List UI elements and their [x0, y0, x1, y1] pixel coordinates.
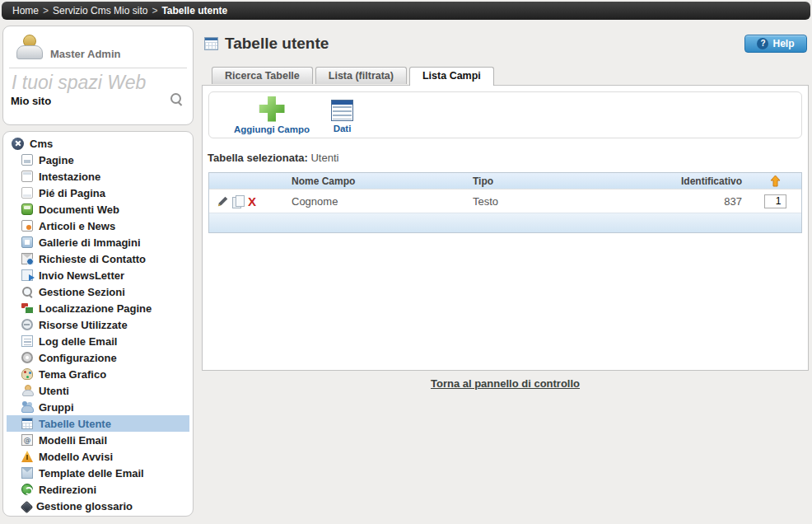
sidebar-item-label: Template delle Email — [39, 467, 144, 480]
help-button[interactable]: Help — [744, 35, 807, 53]
news-icon — [21, 220, 33, 232]
sidebar-item-pie-di-pagina[interactable]: Pié di Pagina — [7, 185, 189, 201]
group-icon — [21, 401, 33, 413]
cms-icon — [12, 138, 24, 150]
tab-label: Lista (filtrata) — [329, 70, 394, 82]
footer-icon — [21, 187, 33, 199]
column-header-identificativo: Identificativo — [662, 175, 749, 187]
template-icon — [21, 467, 33, 479]
edit-icon[interactable] — [217, 195, 229, 208]
help-label: Help — [772, 38, 794, 49]
header-icon — [21, 171, 33, 182]
sidebar-item-utenti[interactable]: Utenti — [7, 382, 189, 399]
sidebar-item-gestione-glossario[interactable]: Gestione glossario — [7, 498, 189, 514]
page-icon — [21, 154, 33, 166]
cell-tipo: Testo — [473, 195, 662, 208]
sidebar-item-tema-grafico[interactable]: Tema Grafico — [7, 366, 189, 382]
contact-icon — [21, 253, 33, 264]
sidebar-item-label: Gestione glossario — [36, 500, 133, 512]
sidebar-item-redirezioni[interactable]: Redirezioni — [7, 481, 189, 498]
sidebar-item-label: Richieste di Contatto — [39, 253, 146, 265]
sidebar-item-pagine[interactable]: Pagine — [7, 152, 189, 168]
sidebar-item-label: Utenti — [39, 385, 69, 397]
breadcrumb: Home>Servizio Cms Mio sito>Tabelle utent… — [2, 2, 810, 20]
order-input[interactable] — [764, 194, 786, 208]
sidebar-item-tabelle-utente[interactable]: Tabelle Utente — [7, 415, 189, 432]
sidebar-item-gestione-sezioni[interactable]: Gestione Sezioni — [7, 283, 189, 300]
toolbar: Aggiungi Campo Dati — [208, 91, 802, 138]
breadcrumb-separator: > — [152, 5, 157, 16]
sidebar-item-cms[interactable]: Cms — [7, 135, 189, 152]
sidebar-item-template-delle-email[interactable]: Template delle Email — [7, 465, 189, 481]
sidebar-item-label: Invio NewsLetter — [39, 269, 124, 282]
log-icon — [21, 335, 33, 347]
breadcrumb-home[interactable]: Home — [12, 5, 39, 16]
sidebar-item-richieste-di-contatto[interactable]: Richieste di Contatto — [7, 250, 189, 267]
table-header-row: Nome Campo Tipo Identificativo — [209, 173, 801, 189]
sidebar-item-log-delle-email[interactable]: Log delle Email — [7, 333, 189, 349]
breadcrumb-current: Tabelle utente — [161, 5, 227, 16]
sidebar-item-label: Cms — [30, 138, 53, 150]
sidebar-item-articoli-e-news[interactable]: Articoli e News — [7, 218, 189, 234]
table-icon — [204, 37, 218, 50]
sidebar-item-label: Tema Grafico — [39, 368, 106, 381]
breadcrumb-service[interactable]: Servizio Cms Mio sito — [53, 5, 147, 16]
table-row: Cognome Testo 837 — [209, 189, 801, 213]
sidebar-item-intestazione[interactable]: Intestazione — [7, 168, 189, 185]
spaces-title: I tuoi spazi Web — [12, 72, 146, 94]
tab-ricerca-tabelle[interactable]: Ricerca Tabelle — [212, 67, 313, 84]
sidebar-item-label: Configurazione — [39, 352, 117, 364]
delete-icon[interactable] — [248, 195, 256, 208]
sidebar-item-label: Gestione Sezioni — [39, 286, 125, 298]
back-to-control-panel-link[interactable]: Torna al pannello di controllo — [431, 377, 580, 390]
sidebar-item-label: Articoli e News — [39, 220, 115, 232]
sidebar-item-localizzazione-pagine[interactable]: Localizzazione Pagine — [7, 300, 189, 316]
table-body: Cognome Testo 837 — [209, 189, 801, 213]
tab-bar: Ricerca TabelleLista (filtrata)Lista Cam… — [212, 67, 494, 86]
site-name: Mio sito — [11, 95, 51, 107]
tab-label: Lista Campi — [422, 70, 481, 82]
cell-nome-campo: Cognome — [292, 195, 473, 208]
sidebar-item-label: Gallerie di Immagini — [39, 236, 141, 249]
resources-icon — [21, 319, 33, 330]
sidebar-item-label: Redirezioni — [39, 484, 96, 496]
sidebar-item-risorse-utilizzate[interactable]: Risorse Utilizzate — [7, 316, 189, 333]
search-icon[interactable] — [170, 92, 183, 105]
sidebar-item-label: Gruppi — [39, 401, 74, 414]
sidebar-item-label: Pagine — [39, 154, 74, 166]
sidebar-item-documenti-web[interactable]: Documenti Web — [7, 201, 189, 218]
tab-content-panel: Aggiungi Campo Dati Tabella selezionata:… — [202, 85, 809, 371]
divider — [9, 68, 187, 68]
toolbar-button-label: Aggiungi Campo — [234, 124, 310, 134]
sidebar-item-label: Modello Avvisi — [39, 451, 113, 463]
page-title-row: Tabelle utente — [204, 35, 329, 53]
sidebar-item-gallerie-di-immagini[interactable]: Gallerie di Immagini — [7, 234, 189, 250]
footer-link-row: Torna al pannello di controllo — [202, 376, 809, 391]
breadcrumb-separator: > — [43, 5, 49, 16]
toolbar-button-label: Dati — [334, 124, 352, 133]
user-panel: Master Admin I tuoi spazi Web Mio sito — [2, 26, 194, 125]
gallery-icon — [21, 236, 33, 248]
cell-identificativo: 837 — [662, 195, 749, 208]
sidebar-item-label: Pié di Pagina — [39, 187, 105, 199]
sidebar-item-modelli-email[interactable]: Modelli Email — [7, 432, 189, 448]
user-avatar-icon — [16, 35, 42, 59]
sidebar-item-label: Intestazione — [39, 171, 100, 183]
sort-order-up-icon[interactable] — [770, 175, 781, 188]
table-footer-row — [209, 213, 801, 232]
aggiungi-campo-button[interactable]: Aggiungi Campo — [234, 96, 310, 134]
sidebar-item-configurazione[interactable]: Configurazione — [7, 349, 189, 366]
copy-icon[interactable] — [232, 195, 245, 208]
sidebar-item-modello-avvisi[interactable]: Modello Avvisi — [7, 448, 189, 465]
selected-table-label: Tabella selezionata: — [208, 152, 308, 164]
newsletter-icon — [21, 269, 33, 281]
user-name: Master Admin — [50, 48, 120, 60]
sidebar-item-invio-newsletter[interactable]: Invio NewsLetter — [7, 267, 189, 283]
tab-lista-filtrata[interactable]: Lista (filtrata) — [315, 67, 407, 84]
sidebar-item-gruppi[interactable]: Gruppi — [7, 399, 189, 415]
selected-table-line: Tabella selezionata: Utenti — [203, 144, 808, 164]
app-window: Home>Servizio Cms Mio sito>Tabelle utent… — [0, 0, 812, 524]
selected-table-value: Utenti — [310, 152, 338, 164]
dati-button[interactable]: Dati — [331, 97, 353, 133]
tab-lista-campi[interactable]: Lista Campi — [409, 67, 494, 86]
